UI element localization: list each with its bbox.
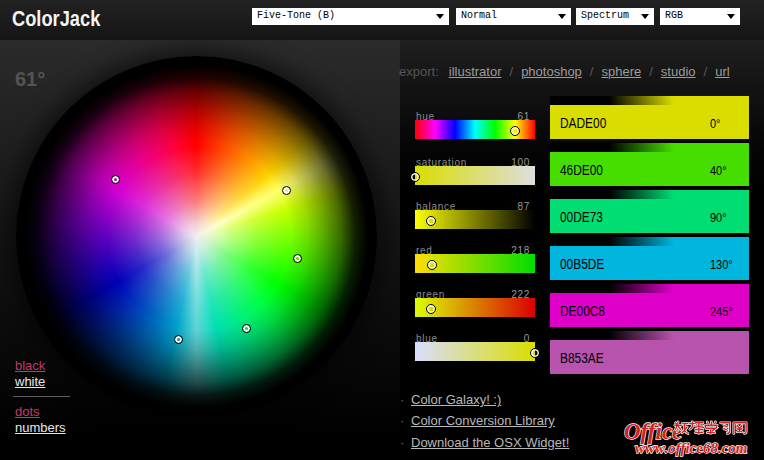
svg-text:www.office68.com: www.office68.com bbox=[635, 440, 748, 456]
